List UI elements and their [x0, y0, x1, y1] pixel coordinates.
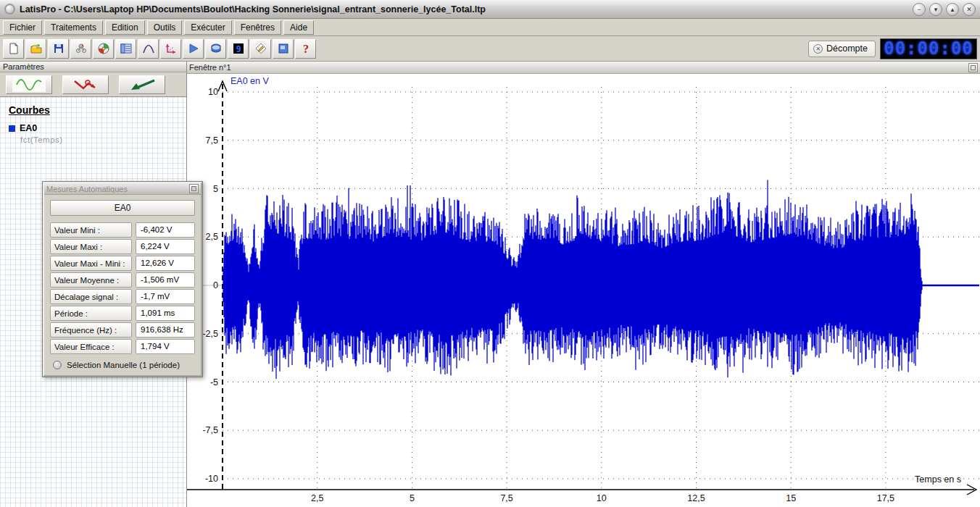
latispro-window: LatisPro - C:\Users\Laptop HP\Documents\… — [0, 0, 980, 507]
menu-outils[interactable]: Outils — [147, 20, 183, 35]
run-acquisition-button[interactable] — [183, 39, 204, 59]
y-tick-label: -5 — [210, 377, 218, 387]
manual-selection-row: Sélection Manuelle (1 période) — [50, 361, 195, 369]
axes-settings-button[interactable] — [160, 39, 181, 59]
curve-item-ea0[interactable]: EA0 — [9, 123, 178, 133]
svg-text:9: 9 — [236, 44, 241, 54]
manual-selection-radio[interactable] — [53, 361, 62, 369]
fenetre-1-window: Fenêtre n°1 107,552,50-2,5-5-7,5-102,557… — [187, 62, 980, 507]
chart-area[interactable]: 107,552,50-2,5-5-7,5-102,557,51012,51517… — [187, 74, 980, 507]
timer-display: 00:00:00 — [880, 38, 977, 59]
menu-edition[interactable]: Edition — [105, 20, 145, 35]
menu-fentres[interactable]: Fenêtres — [234, 20, 281, 35]
minimize-window-button[interactable]: − — [913, 3, 926, 16]
decompte-label: Décompte — [826, 43, 868, 54]
mesure-label: Valeur Moyenne : — [50, 272, 132, 288]
maximize-window-button[interactable]: ▴ — [946, 3, 959, 16]
mesures-dialog-close-button[interactable] — [189, 184, 199, 193]
x-tick-label: 5 — [410, 493, 415, 503]
menu-fichier[interactable]: Fichier — [3, 20, 42, 35]
acquisition-settings-button[interactable] — [93, 39, 114, 59]
open-file-button[interactable] — [25, 39, 46, 59]
screen-view-button[interactable] — [205, 39, 226, 59]
timer-value: 00:00:00 — [884, 38, 973, 59]
window-controls: −▾▴✕ — [913, 3, 976, 16]
trigger-button[interactable] — [62, 75, 109, 94]
mesures-dialog-titlebar[interactable]: Mesures Automatiques — [44, 183, 201, 195]
ea0-waveform — [223, 180, 922, 379]
decompte-toggle[interactable]: ✕ Décompte — [808, 41, 876, 57]
close-window-button[interactable]: ✕ — [963, 3, 976, 16]
x-tick-label: 15 — [786, 493, 796, 503]
seven-segment-display-button[interactable]: 9 — [228, 39, 249, 59]
menu-aide[interactable]: Aide — [283, 20, 314, 35]
y-tick-label: 10 — [208, 87, 218, 97]
window-view-button[interactable] — [273, 39, 294, 59]
mesures-rows: Valeur Mini :-6,402 VValeur Maxi :6,224 … — [50, 222, 195, 354]
menu-bar: FichierTraitementsEditionOutilsExécuterF… — [0, 19, 980, 36]
mesure-value: 1,794 V — [136, 339, 195, 354]
manual-selection-label: Sélection Manuelle (1 période) — [67, 361, 180, 369]
fenetre-1-restore-button[interactable] — [968, 63, 978, 72]
help-icon: ? — [299, 42, 312, 55]
mesure-label: Valeur Efficace : — [50, 339, 132, 354]
sine-source-button[interactable] — [6, 75, 52, 94]
mesure-row: Fréquence (Hz) :916,638 Hz — [50, 322, 195, 338]
mesure-label: Valeur Maxi : — [50, 239, 132, 254]
window-title: LatisPro - C:\Users\Laptop HP\Documents\… — [20, 4, 907, 14]
y-tick-label: 7,5 — [206, 135, 218, 146]
seven-segment-icon: 9 — [232, 42, 245, 55]
new-file-button[interactable] — [3, 39, 24, 59]
x-tick-label: 7,5 — [500, 493, 512, 503]
curve-name: EA0 — [20, 123, 37, 133]
mesure-label: Décalage signal : — [50, 289, 132, 304]
x-tick-label: 10 — [597, 493, 607, 503]
mesures-channel-button[interactable]: EA0 — [50, 200, 195, 216]
parametres-toolbar — [0, 72, 186, 97]
help-button[interactable]: ? — [295, 39, 316, 59]
waveform-chart: 107,552,50-2,5-5-7,5-102,557,51012,51517… — [187, 74, 979, 507]
mesure-row: Valeur Maxi - Mini :12,626 V — [50, 256, 195, 271]
mesure-value: 6,224 V — [136, 239, 195, 254]
window-view-icon — [277, 42, 290, 55]
axes-settings-icon — [165, 42, 178, 55]
restore-down-window-button[interactable]: ▾ — [929, 3, 942, 16]
y-tick-label: 0 — [213, 280, 218, 290]
menu-excuter[interactable]: Exécuter — [184, 20, 231, 35]
mesure-row: Valeur Efficace :1,794 V — [50, 339, 195, 354]
open-file-icon — [30, 42, 43, 55]
y-tick-label: -2,5 — [202, 329, 218, 339]
mesure-label: Période : — [50, 306, 132, 321]
x-axis-title: Temps en s — [915, 474, 961, 485]
return-arrow-button[interactable] — [119, 75, 165, 94]
mesures-dialog-title: Mesures Automatiques — [46, 185, 189, 193]
mesure-value: -1,506 mV — [136, 272, 195, 288]
mesure-row: Valeur Maxi :6,224 V — [50, 239, 195, 254]
curve-display-icon — [142, 42, 155, 55]
mesure-value: 12,626 V — [136, 256, 195, 271]
mesure-value: -1,7 mV — [136, 289, 195, 304]
y-tick-label: -10 — [205, 474, 218, 484]
mesure-value: 1,091 ms — [136, 306, 195, 321]
main-toolbar: 9 ? ✕ Décompte 00:00:00 — [0, 36, 980, 62]
menu-traitements[interactable]: Traitements — [44, 20, 103, 35]
mesure-label: Valeur Mini : — [50, 222, 132, 238]
app-logo-icon — [4, 4, 15, 14]
new-file-icon — [7, 42, 20, 55]
interface-setup-icon — [75, 42, 88, 55]
return-arrow-icon — [125, 77, 159, 92]
mesure-row: Valeur Mini :-6,402 V — [50, 222, 195, 238]
save-file-button[interactable] — [48, 39, 69, 59]
decompte-x-icon: ✕ — [813, 44, 823, 54]
parametres-header: Paramètres — [0, 62, 186, 72]
x-tick-label: 2,5 — [311, 493, 323, 503]
interface-setup-button[interactable] — [70, 39, 91, 59]
fenetre-1-title: Fenêtre n°1 — [189, 63, 968, 72]
table-view-icon — [120, 42, 133, 55]
curve-function-label: fct(Temps) — [20, 135, 178, 144]
notes-button[interactable] — [250, 39, 271, 59]
table-view-button[interactable] — [115, 39, 136, 59]
mesure-label: Valeur Maxi - Mini : — [50, 256, 132, 271]
curve-display-button[interactable] — [138, 39, 159, 59]
trigger-arrow-icon — [69, 77, 102, 92]
